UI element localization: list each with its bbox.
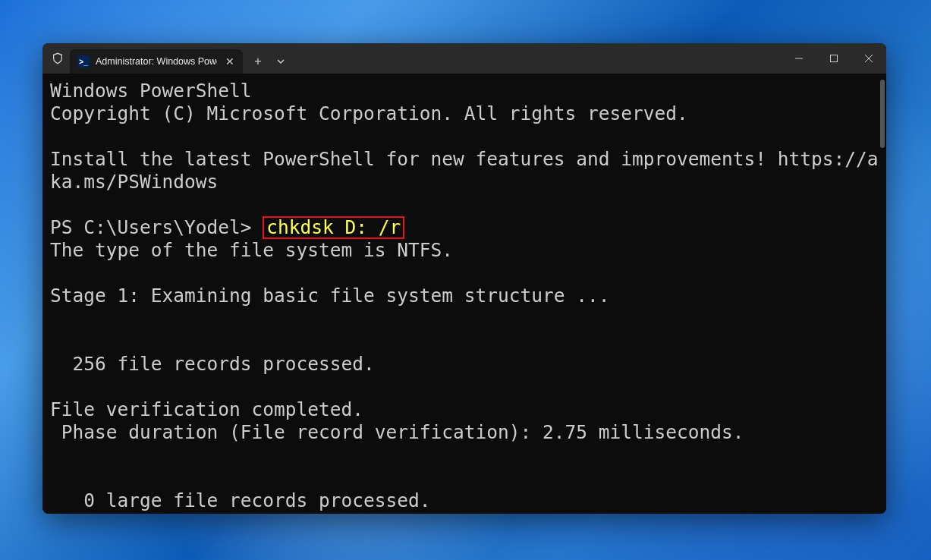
- tab-powershell[interactable]: >_ Administrator: Windows Powe ✕: [70, 49, 243, 74]
- tab-title: Administrator: Windows Powe: [96, 56, 217, 67]
- prompt-text: PS C:\Users\Yodel>: [50, 216, 263, 238]
- close-window-button[interactable]: [851, 43, 886, 74]
- tab-close-button[interactable]: ✕: [223, 55, 237, 68]
- title-bar[interactable]: >_ Administrator: Windows Powe ✕ +: [42, 43, 886, 74]
- scrollbar-thumb[interactable]: [880, 80, 885, 148]
- maximize-button[interactable]: [816, 43, 851, 74]
- tab-dropdown-button[interactable]: [270, 49, 291, 74]
- new-tab-button[interactable]: +: [246, 49, 270, 74]
- highlighted-command: chkdsk D: /r: [263, 216, 404, 239]
- powershell-icon: >_: [77, 55, 90, 68]
- terminal-body[interactable]: Windows PowerShell Copyright (C) Microso…: [42, 74, 886, 514]
- terminal-window: >_ Administrator: Windows Powe ✕ + Windo…: [42, 43, 886, 514]
- minimize-button[interactable]: [782, 43, 816, 74]
- svg-rect-1: [831, 55, 838, 62]
- terminal-output: Windows PowerShell Copyright (C) Microso…: [50, 80, 879, 512]
- admin-shield-icon: [46, 52, 70, 64]
- window-controls: [782, 43, 886, 74]
